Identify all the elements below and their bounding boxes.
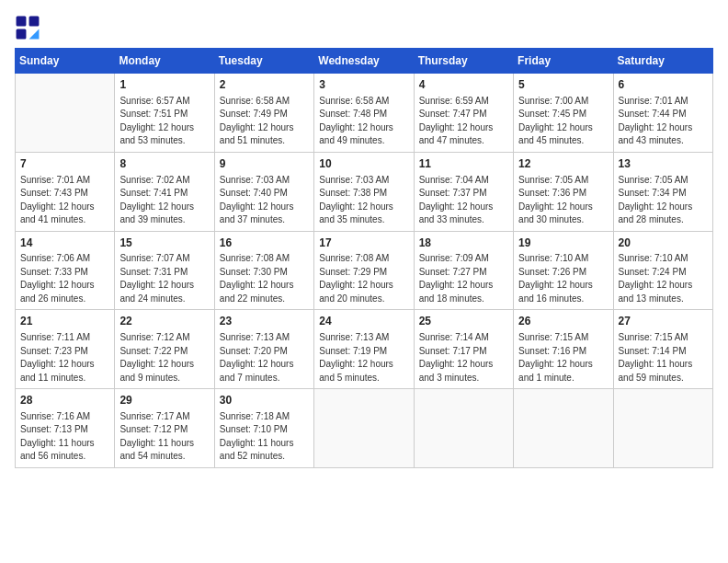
day-info: Sunrise: 7:15 AM Sunset: 7:14 PM Dayligh…: [619, 331, 708, 385]
calendar-cell: [514, 389, 613, 468]
day-number: 23: [220, 314, 309, 329]
calendar-cell: 2Sunrise: 6:58 AM Sunset: 7:49 PM Daylig…: [214, 74, 313, 153]
day-info: Sunrise: 6:57 AM Sunset: 7:51 PM Dayligh…: [119, 95, 209, 148]
day-number: 9: [220, 156, 309, 172]
day-number: 12: [518, 156, 608, 172]
calendar-cell: 21Sunrise: 7:11 AM Sunset: 7:23 PM Dayli…: [16, 310, 115, 389]
day-number: 16: [220, 236, 309, 251]
calendar-cell: 1Sunrise: 6:57 AM Sunset: 7:51 PM Daylig…: [115, 74, 214, 153]
calendar-cell: 26Sunrise: 7:15 AM Sunset: 7:16 PM Dayli…: [514, 310, 613, 389]
day-info: Sunrise: 7:10 AM Sunset: 7:24 PM Dayligh…: [619, 252, 708, 305]
day-info: Sunrise: 7:04 AM Sunset: 7:37 PM Dayligh…: [419, 174, 508, 227]
day-number: 17: [319, 236, 408, 251]
weekday-header-monday: Monday: [115, 49, 214, 74]
day-number: 6: [619, 77, 708, 93]
day-number: 22: [119, 314, 209, 329]
day-info: Sunrise: 7:03 AM Sunset: 7:40 PM Dayligh…: [220, 174, 309, 227]
day-info: Sunrise: 6:58 AM Sunset: 7:48 PM Dayligh…: [319, 95, 408, 148]
day-info: Sunrise: 7:05 AM Sunset: 7:36 PM Dayligh…: [518, 174, 608, 227]
day-info: Sunrise: 7:02 AM Sunset: 7:41 PM Dayligh…: [119, 174, 209, 227]
day-number: 11: [419, 156, 508, 172]
day-info: Sunrise: 7:09 AM Sunset: 7:27 PM Dayligh…: [419, 252, 508, 305]
calendar-week-row: 14Sunrise: 7:06 AM Sunset: 7:33 PM Dayli…: [16, 231, 713, 310]
weekday-header-tuesday: Tuesday: [214, 49, 313, 74]
day-info: Sunrise: 7:16 AM Sunset: 7:13 PM Dayligh…: [20, 410, 109, 464]
calendar-cell: 28Sunrise: 7:16 AM Sunset: 7:13 PM Dayli…: [16, 389, 115, 468]
svg-marker-3: [29, 29, 40, 40]
day-info: Sunrise: 7:05 AM Sunset: 7:34 PM Dayligh…: [619, 174, 708, 227]
day-number: 30: [220, 393, 309, 408]
day-info: Sunrise: 6:58 AM Sunset: 7:49 PM Dayligh…: [220, 95, 309, 148]
day-info: Sunrise: 7:06 AM Sunset: 7:33 PM Dayligh…: [20, 252, 109, 305]
calendar-cell: 23Sunrise: 7:13 AM Sunset: 7:20 PM Dayli…: [214, 310, 313, 389]
calendar-cell: 19Sunrise: 7:10 AM Sunset: 7:26 PM Dayli…: [514, 231, 613, 310]
calendar-cell: 5Sunrise: 7:00 AM Sunset: 7:45 PM Daylig…: [514, 74, 613, 153]
day-number: 29: [119, 393, 209, 408]
day-number: 26: [518, 314, 608, 329]
logo: [15, 15, 44, 40]
svg-rect-2: [17, 29, 27, 40]
calendar-table: SundayMondayTuesdayWednesdayThursdayFrid…: [15, 48, 713, 468]
weekday-header-friday: Friday: [514, 49, 613, 74]
calendar-cell: 9Sunrise: 7:03 AM Sunset: 7:40 PM Daylig…: [214, 152, 313, 231]
day-info: Sunrise: 7:07 AM Sunset: 7:31 PM Dayligh…: [119, 252, 209, 305]
calendar-cell: 3Sunrise: 6:58 AM Sunset: 7:48 PM Daylig…: [314, 74, 414, 153]
day-number: 28: [20, 393, 109, 408]
calendar-cell: 29Sunrise: 7:17 AM Sunset: 7:12 PM Dayli…: [115, 389, 214, 468]
calendar-cell: [414, 389, 513, 468]
calendar-cell: 22Sunrise: 7:12 AM Sunset: 7:22 PM Dayli…: [115, 310, 214, 389]
calendar-week-row: 1Sunrise: 6:57 AM Sunset: 7:51 PM Daylig…: [16, 74, 713, 153]
calendar-week-row: 7Sunrise: 7:01 AM Sunset: 7:43 PM Daylig…: [16, 152, 713, 231]
calendar-cell: 24Sunrise: 7:13 AM Sunset: 7:19 PM Dayli…: [314, 310, 414, 389]
page-header: [15, 15, 713, 40]
day-number: 10: [319, 156, 408, 172]
weekday-header-saturday: Saturday: [613, 49, 712, 74]
calendar-cell: [314, 389, 414, 468]
calendar-week-row: 21Sunrise: 7:11 AM Sunset: 7:23 PM Dayli…: [16, 310, 713, 389]
calendar-cell: 15Sunrise: 7:07 AM Sunset: 7:31 PM Dayli…: [115, 231, 214, 310]
calendar-cell: 12Sunrise: 7:05 AM Sunset: 7:36 PM Dayli…: [514, 152, 613, 231]
calendar-cell: 25Sunrise: 7:14 AM Sunset: 7:17 PM Dayli…: [414, 310, 513, 389]
weekday-header-sunday: Sunday: [16, 49, 115, 74]
day-number: 24: [319, 314, 408, 329]
calendar-cell: 13Sunrise: 7:05 AM Sunset: 7:34 PM Dayli…: [613, 152, 712, 231]
weekday-header-thursday: Thursday: [414, 49, 513, 74]
calendar-cell: 6Sunrise: 7:01 AM Sunset: 7:44 PM Daylig…: [613, 74, 712, 153]
calendar-cell: 7Sunrise: 7:01 AM Sunset: 7:43 PM Daylig…: [16, 152, 115, 231]
day-info: Sunrise: 7:12 AM Sunset: 7:22 PM Dayligh…: [119, 331, 209, 385]
calendar-cell: 11Sunrise: 7:04 AM Sunset: 7:37 PM Dayli…: [414, 152, 513, 231]
day-info: Sunrise: 6:59 AM Sunset: 7:47 PM Dayligh…: [419, 95, 508, 148]
day-number: 13: [619, 156, 708, 172]
day-info: Sunrise: 7:13 AM Sunset: 7:20 PM Dayligh…: [220, 331, 309, 385]
day-info: Sunrise: 7:08 AM Sunset: 7:29 PM Dayligh…: [319, 252, 408, 305]
day-number: 14: [20, 236, 109, 251]
calendar-cell: 17Sunrise: 7:08 AM Sunset: 7:29 PM Dayli…: [314, 231, 414, 310]
day-info: Sunrise: 7:01 AM Sunset: 7:44 PM Dayligh…: [619, 95, 708, 148]
calendar-cell: 8Sunrise: 7:02 AM Sunset: 7:41 PM Daylig…: [115, 152, 214, 231]
day-info: Sunrise: 7:15 AM Sunset: 7:16 PM Dayligh…: [518, 331, 608, 385]
calendar-cell: [16, 74, 115, 153]
calendar-cell: [613, 389, 712, 468]
svg-rect-1: [29, 17, 40, 27]
calendar-cell: 27Sunrise: 7:15 AM Sunset: 7:14 PM Dayli…: [613, 310, 712, 389]
day-info: Sunrise: 7:14 AM Sunset: 7:17 PM Dayligh…: [419, 331, 508, 385]
calendar-cell: 16Sunrise: 7:08 AM Sunset: 7:30 PM Dayli…: [214, 231, 313, 310]
day-number: 27: [619, 314, 708, 329]
weekday-header-wednesday: Wednesday: [314, 49, 414, 74]
logo-icon: [15, 15, 40, 40]
day-info: Sunrise: 7:01 AM Sunset: 7:43 PM Dayligh…: [20, 174, 109, 227]
calendar-cell: 18Sunrise: 7:09 AM Sunset: 7:27 PM Dayli…: [414, 231, 513, 310]
calendar-cell: 10Sunrise: 7:03 AM Sunset: 7:38 PM Dayli…: [314, 152, 414, 231]
day-number: 5: [518, 77, 608, 93]
day-number: 8: [119, 156, 209, 172]
calendar-cell: 30Sunrise: 7:18 AM Sunset: 7:10 PM Dayli…: [214, 389, 313, 468]
day-info: Sunrise: 7:10 AM Sunset: 7:26 PM Dayligh…: [518, 252, 608, 305]
day-number: 18: [419, 236, 508, 251]
day-number: 20: [619, 236, 708, 251]
day-number: 4: [419, 77, 508, 93]
day-info: Sunrise: 7:11 AM Sunset: 7:23 PM Dayligh…: [20, 331, 109, 385]
day-number: 21: [20, 314, 109, 329]
day-info: Sunrise: 7:03 AM Sunset: 7:38 PM Dayligh…: [319, 174, 408, 227]
calendar-week-row: 28Sunrise: 7:16 AM Sunset: 7:13 PM Dayli…: [16, 389, 713, 468]
day-number: 7: [20, 156, 109, 172]
